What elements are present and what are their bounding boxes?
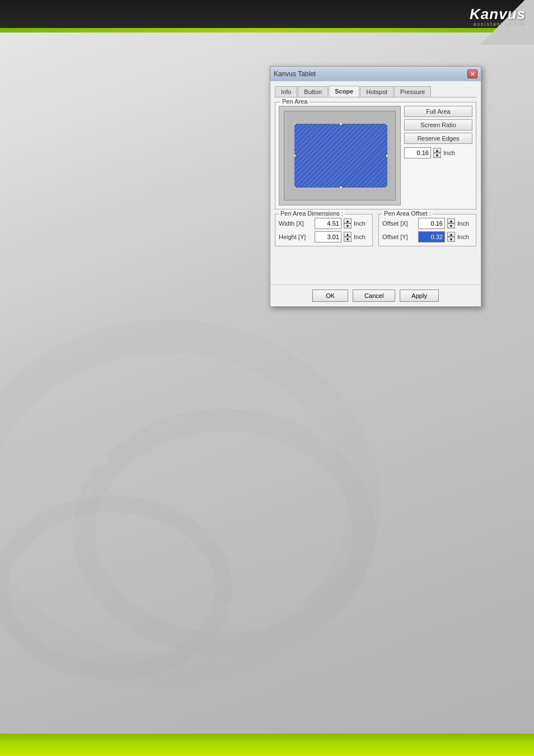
width-spinner: ▲ ▼ [344, 218, 352, 228]
tab-info[interactable]: Info [275, 86, 297, 97]
tab-pressure[interactable]: Pressure [394, 86, 431, 97]
tab-hotspot[interactable]: Hotspot [360, 86, 394, 97]
tab-button[interactable]: Button [298, 86, 328, 97]
dimensions-group: Pen Area Dimensions : Width [X] ▲ ▼ Inch… [275, 214, 373, 246]
pen-area-group: Pen Area [275, 102, 476, 209]
offset-y-input[interactable] [418, 231, 445, 242]
reserve-spinner: ▲ ▼ [433, 148, 441, 158]
screen-ratio-button[interactable]: Screen Ratio [404, 119, 472, 130]
handle-bottom-right[interactable] [386, 186, 387, 188]
tab-bar: Info Button Scope Hotspot Pressure [275, 86, 476, 97]
offset-y-label: Offset [Y] [382, 234, 416, 240]
height-decrement[interactable]: ▼ [344, 237, 352, 242]
dimensions-section: Pen Area Dimensions : Width [X] ▲ ▼ Inch… [275, 214, 476, 246]
reserve-decrement[interactable]: ▼ [433, 153, 441, 158]
height-unit: Inch [354, 234, 366, 240]
offset-y-row: Offset [Y] ▲ ▼ Inch [382, 231, 472, 242]
reserve-unit-label: Inch [443, 150, 455, 156]
handle-bottom-left[interactable] [294, 186, 296, 188]
offset-x-spinner: ▲ ▼ [447, 218, 455, 228]
svg-point-4 [118, 476, 129, 487]
bottom-bar [0, 734, 534, 756]
handle-top-middle[interactable] [339, 124, 343, 125]
dialog-footer: OK Cancel Apply [270, 284, 481, 306]
offset-group: Pen Area Offset : Offset [X] ▲ ▼ Inch Of… [378, 214, 476, 246]
svg-point-3 [92, 451, 109, 468]
handle-bottom-middle[interactable] [339, 186, 343, 188]
height-increment[interactable]: ▲ [344, 232, 352, 237]
pen-area-label: Pen Area [280, 98, 310, 105]
handle-top-left[interactable] [294, 124, 296, 125]
handle-middle-right[interactable] [386, 154, 387, 157]
height-input[interactable] [315, 231, 341, 242]
svg-point-5 [85, 488, 94, 497]
offset-x-input[interactable] [418, 218, 445, 229]
handle-middle-left[interactable] [294, 154, 296, 157]
tab-scope[interactable]: Scope [329, 86, 359, 97]
right-buttons-panel: Full Area Screen Ratio Reserve Edges ▲ ▼… [404, 106, 472, 206]
logo-subtitle: assistant of life [473, 21, 526, 27]
offset-x-unit: Inch [457, 220, 469, 227]
offset-y-unit: Inch [457, 234, 469, 240]
kanvus-tablet-dialog: Kanvus Tablet ✕ Info Button Scope Hotspo… [270, 66, 481, 307]
spacer [275, 246, 476, 280]
dialog-titlebar: Kanvus Tablet ✕ [270, 67, 481, 81]
reserve-input-row: ▲ ▼ Inch [404, 147, 472, 158]
reserve-edges-button[interactable]: Reserve Edges [404, 133, 472, 144]
offset-y-decrement[interactable]: ▼ [447, 237, 455, 242]
tablet-active-area[interactable] [294, 124, 387, 188]
offset-x-decrement[interactable]: ▼ [447, 223, 455, 228]
handle-top-right[interactable] [386, 124, 387, 125]
full-area-button[interactable]: Full Area [404, 106, 472, 117]
dialog-title: Kanvus Tablet [274, 70, 316, 78]
pen-area-container: Full Area Screen Ratio Reserve Edges ▲ ▼… [279, 106, 472, 206]
logo-area: Kanvus assistant of life [444, 0, 534, 45]
logo-text: Kanvus [470, 6, 526, 23]
width-unit: Inch [354, 220, 366, 227]
offset-group-label: Pen Area Offset : [382, 210, 433, 217]
width-input[interactable] [315, 218, 341, 229]
offset-x-label: Offset [X] [382, 220, 416, 227]
width-increment[interactable]: ▲ [344, 218, 352, 223]
tablet-visual [279, 106, 401, 206]
offset-y-increment[interactable]: ▲ [447, 232, 455, 237]
offset-x-increment[interactable]: ▲ [447, 218, 455, 223]
dimensions-group-label: Pen Area Dimensions : [279, 210, 345, 217]
apply-button[interactable]: Apply [400, 290, 439, 302]
reserve-value-input[interactable] [404, 147, 431, 158]
width-row: Width [X] ▲ ▼ Inch [279, 218, 369, 229]
cancel-button[interactable]: Cancel [353, 290, 395, 302]
width-decrement[interactable]: ▼ [344, 223, 352, 228]
height-label: Height [Y] [279, 234, 312, 240]
close-button[interactable]: ✕ [467, 69, 477, 78]
ok-button[interactable]: OK [312, 290, 348, 302]
height-spinner: ▲ ▼ [344, 232, 352, 242]
offset-x-row: Offset [X] ▲ ▼ Inch [382, 218, 472, 229]
width-label: Width [X] [279, 220, 312, 227]
tablet-border [284, 111, 396, 200]
reserve-increment[interactable]: ▲ [433, 148, 441, 153]
offset-y-spinner: ▲ ▼ [447, 232, 455, 242]
dialog-body: Info Button Scope Hotspot Pressure Pen A… [270, 81, 481, 284]
height-row: Height [Y] ▲ ▼ Inch [279, 231, 369, 242]
